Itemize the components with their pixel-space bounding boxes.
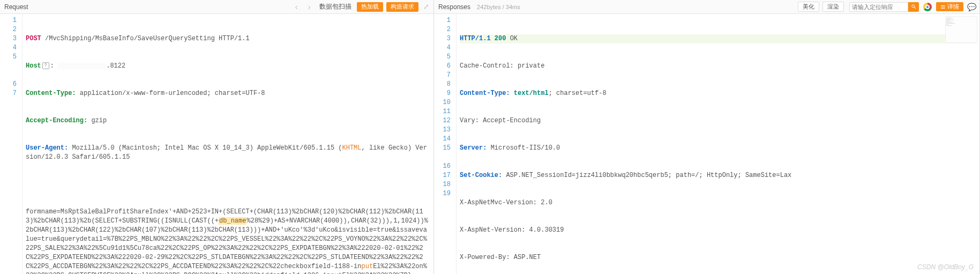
detail-button[interactable]: 详情 — [936, 2, 963, 11]
request-gutter: 12345 67 — [0, 14, 23, 274]
aspnet-ver: X-AspNet-Version: 4.0.30319 — [460, 226, 564, 234]
set-cookie-val: ASP.NET_SessionId=jizz4li0bbkwq20hbc5qer… — [506, 172, 791, 179]
response-code[interactable]: 123456789101112131415 16171819 HTTP/1.1 … — [434, 14, 979, 274]
put-token-1: put — [362, 263, 373, 270]
host-key: Host — [26, 62, 41, 70]
search-button[interactable] — [908, 2, 919, 12]
aspnetmvc-ver: X-AspNetMvc-Version: 2.0 — [460, 199, 552, 206]
chrome-icon[interactable] — [923, 3, 932, 11]
response-meta: 242bytes / 34ms — [477, 4, 520, 10]
search-input[interactable] — [849, 2, 908, 12]
comment-icon[interactable]: 💬 — [967, 2, 976, 12]
request-title: Request — [3, 3, 28, 11]
scan-packet-link[interactable]: 数据包扫描 — [317, 2, 354, 11]
accept-encoding-val: gzip — [91, 117, 107, 124]
user-agent-key: User-Agent: — [26, 144, 68, 152]
resp-status: 200 — [495, 35, 506, 42]
server-key: Server: — [460, 144, 487, 152]
powered-by: X-Powered-By: ASP.NET — [460, 254, 541, 261]
build-request-button[interactable]: 构造请求 — [386, 2, 418, 12]
request-body: POST /MvcShipping/MsBaseInfo/SaveUserQue… — [23, 14, 433, 274]
request-pane: Request ‹ › 数据包扫描 热加载 构造请求 ⤢ 12345 67 PO… — [0, 0, 434, 274]
nav-next-icon[interactable]: › — [304, 2, 314, 12]
response-title: Responses — [437, 3, 470, 11]
resp-proto: HTTP/1.1 — [460, 35, 491, 42]
server-val: Microsoft-IIS/10.0 — [491, 144, 560, 152]
host-suffix: .8122 — [106, 62, 125, 70]
response-pane: Responses 242bytes / 34ms 美化 渲染 详情 💬 123… — [434, 0, 980, 274]
resp-content-type-val: text/html — [514, 90, 549, 97]
hot-reload-button[interactable]: 热加载 — [357, 2, 383, 12]
put-token-2: put — [331, 272, 342, 274]
cache-control: Cache-Control: private — [460, 62, 544, 70]
accept-encoding-key: Accept-Encoding: — [26, 117, 87, 124]
body-post: El%22%3A%22%22%7D} — [342, 272, 412, 274]
expand-icon[interactable]: ⤢ — [422, 3, 430, 11]
user-agent-a: Mozilla/5.0 (Macintosh; Intel Mac OS X 1… — [72, 144, 342, 152]
response-body: HTTP/1.1 200 OK Cache-Control: private C… — [457, 14, 979, 274]
response-toolbar: Responses 242bytes / 34ms 美化 渲染 详情 💬 — [434, 0, 979, 14]
request-toolbar: Request ‹ › 数据包扫描 热加载 构造请求 ⤢ — [0, 0, 433, 14]
resp-content-type-key: Content-Type: — [460, 90, 510, 97]
list-icon — [940, 4, 946, 10]
http-method: POST — [26, 35, 41, 42]
resp-content-type-rest: ; charset=utf-8 — [549, 90, 607, 97]
detail-label: 详情 — [947, 3, 959, 11]
content-type-key: Content-Type: — [26, 90, 76, 97]
response-gutter: 123456789101112131415 16171819 — [434, 14, 457, 274]
render-button[interactable]: 渲染 — [822, 2, 844, 12]
set-cookie-key: Set-Cookie: — [460, 172, 502, 179]
unknown-char-icon: ? — [42, 62, 49, 69]
beautify-button[interactable]: 美化 — [798, 2, 819, 12]
khtml-token: KHTML — [342, 144, 362, 152]
host-blurred — [58, 63, 106, 69]
db-name-highlight: db_name — [219, 217, 246, 225]
vary-header: Vary: Accept-Encoding — [460, 117, 541, 124]
search-icon — [911, 4, 917, 10]
nav-prev-icon[interactable]: ‹ — [291, 2, 301, 12]
resp-status-text: OK — [510, 35, 518, 42]
request-code[interactable]: 12345 67 POST /MvcShipping/MsBaseInfo/Sa… — [0, 14, 433, 274]
request-path: /MvcShipping/MsBaseInfo/SaveUserQuerySet… — [45, 35, 215, 42]
request-proto: HTTP/1.1 — [219, 35, 250, 42]
watermark: CSDN @OldBoy_G — [917, 263, 974, 271]
minimap[interactable]: ▬▬▬▬▬▬▬▬▬▬▬▬▬▬▬▬▬▬▬▬▬▬▬▬▬▬▬▬▬▬▬▬▬▬▬▬▬▬▬▬… — [945, 16, 977, 43]
content-type-val: application/x-www-form-urlencoded; chars… — [80, 90, 265, 97]
